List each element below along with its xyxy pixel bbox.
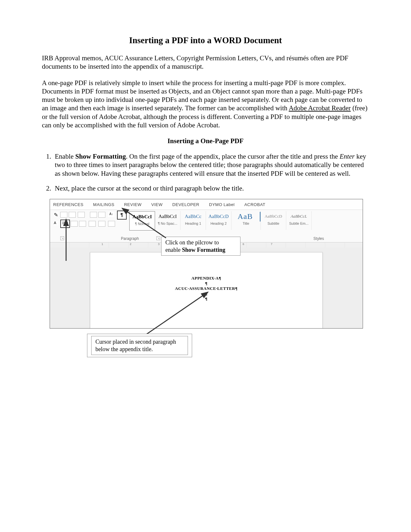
style-normal-preview: AaBbCcI bbox=[130, 212, 155, 222]
doc-line-3: ACUC·ASSURANCE·LETTER¶ bbox=[90, 286, 322, 291]
align-right-icon[interactable] bbox=[79, 221, 86, 227]
doc-line-4: ¶ bbox=[90, 291, 322, 296]
style-h1-label: Heading 1 bbox=[181, 222, 206, 225]
callout-pilcrow-line2a: enable bbox=[165, 247, 182, 253]
step1-text-c: . On the first page of the appendix, pla… bbox=[126, 153, 339, 160]
sort-icon[interactable]: A↓ bbox=[108, 212, 114, 217]
style-em-preview: AaBbCcL bbox=[286, 212, 311, 222]
style-nosp-label: ¶ No Spac... bbox=[155, 222, 180, 225]
multilevel-list-icon[interactable] bbox=[78, 212, 85, 218]
style-nospacing[interactable]: AaBbCcI ¶ No Spac... bbox=[155, 211, 181, 230]
group-label-paragraph: Paragraph bbox=[121, 236, 139, 241]
ribbon-tabs: REFERENCES MAILINGS REVIEW VIEW DEVELOPE… bbox=[50, 199, 363, 210]
tab-developer[interactable]: DEVELOPER bbox=[172, 202, 200, 207]
bullets-icon[interactable] bbox=[60, 212, 67, 218]
callout-cursor-wrap: Cursor placed in second paragraph below … bbox=[87, 334, 192, 357]
tab-review[interactable]: REVIEW bbox=[124, 202, 142, 207]
style-title[interactable]: AaB Title bbox=[231, 211, 261, 230]
style-sub-preview: AaBbCcD bbox=[261, 212, 286, 222]
style-normal[interactable]: AaBbCcI ¶ Normal bbox=[129, 211, 155, 231]
step1-italic: Enter bbox=[340, 153, 355, 160]
intro-paragraph-2: A one-page PDF is relatively simple to i… bbox=[42, 79, 369, 130]
adobe-reader-link[interactable]: Adobe Acrobat Reader bbox=[289, 104, 351, 112]
callout-pilcrow-line1: Click on the pilcrow to bbox=[165, 239, 236, 246]
style-subtleem[interactable]: AaBbCcL Subtle Em... bbox=[286, 211, 312, 230]
step1-text-a: Enable bbox=[55, 153, 75, 160]
style-subtitle[interactable]: AaBbCcD Subtitle bbox=[261, 211, 286, 230]
doc-line-5: ¶ bbox=[90, 296, 322, 301]
style-title-preview: AaB bbox=[231, 212, 260, 222]
style-em-label: Subtle Em... bbox=[286, 222, 311, 225]
tab-references[interactable]: REFERENCES bbox=[53, 202, 83, 207]
clipboard-dialog-launcher[interactable]: ↘ bbox=[60, 236, 64, 240]
show-formatting-button[interactable]: ¶ bbox=[117, 211, 127, 220]
style-normal-label: ¶ Normal bbox=[130, 222, 155, 226]
font-color-icon[interactable]: A bbox=[54, 221, 58, 225]
steps-list: Enable Show Formatting. On the first pag… bbox=[42, 152, 369, 192]
document-scroll-area: APPENDIX·A¶ ¶ ACUC·ASSURANCE·LETTER¶ ¶ ¶ bbox=[50, 248, 363, 328]
paragraph-group: ✎ A↓ ¶ A bbox=[51, 211, 129, 234]
line-spacing-icon[interactable] bbox=[89, 221, 96, 227]
style-heading2[interactable]: AaBbCcD Heading 2 bbox=[206, 211, 231, 230]
section-title-onepage: Inserting a One-Page PDF bbox=[42, 137, 369, 145]
decrease-indent-icon[interactable] bbox=[90, 212, 97, 218]
tab-dymo[interactable]: DYMO Label bbox=[209, 202, 235, 207]
document-title: Inserting a PDF into a WORD Document bbox=[42, 35, 369, 45]
step1-bold: Show Formatting bbox=[75, 153, 126, 160]
shading-icon[interactable] bbox=[98, 221, 105, 227]
style-nosp-preview: AaBbCcI bbox=[155, 212, 180, 222]
style-title-label: Title bbox=[231, 222, 260, 225]
numbering-icon[interactable] bbox=[69, 212, 76, 218]
style-h1-preview: AaBbCc bbox=[181, 212, 206, 222]
styles-gallery: AaBbCcI ¶ Normal AaBbCcI ¶ No Spac... Aa… bbox=[129, 211, 361, 232]
tab-view[interactable]: VIEW bbox=[151, 202, 162, 207]
align-center-icon[interactable] bbox=[71, 221, 78, 227]
borders-icon[interactable] bbox=[108, 221, 115, 227]
word-ribbon-screenshot: REFERENCES MAILINGS REVIEW VIEW DEVELOPE… bbox=[50, 199, 363, 329]
style-sub-label: Subtitle bbox=[261, 222, 286, 225]
tab-mailings[interactable]: MAILINGS bbox=[93, 202, 114, 207]
callout-pilcrow-line2b: Show Formatting bbox=[182, 247, 225, 253]
paragraph-dialog-launcher[interactable]: ↘ bbox=[156, 236, 160, 240]
style-heading1[interactable]: AaBbCc Heading 1 bbox=[181, 211, 206, 230]
align-left-icon[interactable] bbox=[60, 220, 70, 228]
group-label-styles: Styles bbox=[313, 236, 324, 241]
intro-paragraph-1: IRB Approval memos, ACUC Assurance Lette… bbox=[42, 54, 369, 71]
increase-indent-icon[interactable] bbox=[98, 212, 105, 218]
doc-line-1: APPENDIX·A¶ bbox=[90, 276, 322, 281]
doc-line-2: ¶ bbox=[90, 281, 322, 286]
callout-pilcrow: Click on the pilcrow to enable Show Form… bbox=[161, 237, 240, 256]
callout-cursor: Cursor placed in second paragraph below … bbox=[91, 336, 188, 355]
step-1: Enable Show Formatting. On the first pag… bbox=[53, 152, 369, 178]
step-2: Next, place the cursor at the second or … bbox=[53, 184, 369, 192]
document-page: APPENDIX·A¶ ¶ ACUC·ASSURANCE·LETTER¶ ¶ ¶ bbox=[90, 252, 323, 328]
style-h2-label: Heading 2 bbox=[206, 222, 231, 225]
style-h2-preview: AaBbCcD bbox=[206, 212, 231, 222]
format-painter-icon[interactable]: ✎ bbox=[54, 212, 58, 216]
tab-acrobat[interactable]: ACROBAT bbox=[244, 202, 265, 207]
